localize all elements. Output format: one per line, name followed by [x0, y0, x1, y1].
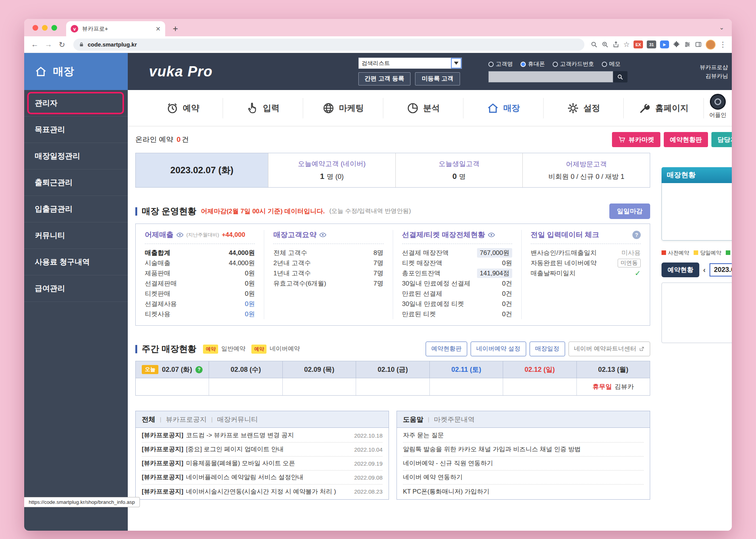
sidebar-item-goals[interactable]: 목표관리 [24, 116, 128, 143]
bookmark-star-icon[interactable]: ☆ [623, 40, 630, 49]
select-dropdown-icon[interactable] [451, 58, 462, 68]
store-schedule-button[interactable]: 매장일정 [530, 342, 565, 356]
day-header[interactable]: 02.09 (목) [282, 361, 356, 378]
tab-market-orders[interactable]: 마켓주문내역 [434, 415, 475, 424]
nav-app-auth[interactable]: 어플인 [702, 94, 732, 119]
minimize-window-button[interactable] [42, 25, 48, 31]
day-cell[interactable] [136, 378, 209, 395]
eye-icon[interactable] [176, 231, 184, 239]
summary-cell-unit: 명 (0) [327, 172, 344, 181]
reload-button[interactable]: ↻ [57, 39, 67, 50]
reservation-date-box[interactable]: 2023.0 [710, 263, 732, 276]
help-item[interactable]: 알림톡 발송을 위한 카카오 채널 가입과 비즈니스 채널 인증 방법 [403, 443, 644, 457]
customer-search-input[interactable] [488, 71, 613, 82]
notice-item[interactable]: [뷰카프로공지]네이버시술시간연동(시술시간 지정 시 예약불가 처리 )202… [142, 485, 383, 499]
quick-register-button[interactable]: 간편 고객 등록 [358, 72, 411, 85]
notice-item[interactable]: [뷰카프로공지]네이버플레이스 예약알림 서비스 설정안내2022.09.08 [142, 471, 383, 485]
daily-close-button[interactable]: 일일마감 [609, 203, 650, 219]
zoom-icon[interactable] [601, 41, 609, 48]
help-item[interactable]: 네이버 예약 연동하기 [403, 471, 644, 485]
radio-memo[interactable]: 메모 [602, 61, 621, 68]
reservation-status-badge[interactable]: 예약현황 [662, 263, 699, 277]
sidebar-item-cash[interactable]: 입출금관리 [24, 196, 128, 222]
day-cell[interactable] [282, 378, 356, 395]
new-tab-button[interactable]: + [169, 22, 182, 35]
tab-store-community[interactable]: 매장커뮤니티 [217, 415, 258, 424]
help-item[interactable]: 네이버예약 - 신규 직원 연동하기 [403, 457, 644, 471]
naver-reservation-settings-button[interactable]: 네이버예약 설정 [471, 342, 526, 356]
search-list-select[interactable]: 검색리스트 [358, 57, 462, 69]
day-cell[interactable] [209, 378, 282, 395]
quick-action-buttons: 뷰카마켓 예약현황판 담당자별 [612, 132, 732, 147]
search-icon[interactable] [590, 41, 598, 48]
nav-homepage[interactable]: 홈페이지 [624, 98, 704, 118]
fullscreen-window-button[interactable] [51, 25, 57, 31]
notice-item[interactable]: [뷰카프로공지][중요] 로그인 페이지 업데이트 안내2022.10.04 [142, 443, 383, 457]
day-header[interactable]: 02.10 (금) [356, 361, 429, 378]
sidebar-item-community[interactable]: 커뮤니티 [24, 222, 128, 249]
sidebar-item-payroll[interactable]: 급여관리 [24, 275, 128, 302]
radio-customer-name[interactable]: 고객명 [488, 61, 513, 68]
help-question-icon[interactable]: ? [632, 231, 641, 239]
naver-partner-center-button[interactable]: 네이버 예약파트너센터 [569, 342, 650, 356]
help-item[interactable]: 자주 묻는 질문 [403, 429, 644, 443]
profile-avatar[interactable] [706, 40, 716, 50]
sidebar-item-billing[interactable]: 사용료 청구내역 [24, 249, 128, 275]
sidebar-item-label: 목표관리 [35, 124, 65, 135]
day-cell[interactable] [429, 378, 503, 395]
sidebar-item-attendance[interactable]: 출퇴근관리 [24, 169, 128, 196]
radio-card-number[interactable]: 고객카드번호 [553, 61, 594, 68]
forward-button[interactable]: → [43, 39, 54, 50]
nav-analysis[interactable]: 분석 [383, 98, 463, 118]
day-cell[interactable] [356, 378, 429, 395]
browser-menu-icon[interactable]: ⋮ [719, 40, 727, 49]
eye-icon[interactable] [319, 231, 327, 239]
side-panel-icon[interactable] [695, 41, 702, 48]
sidebar-item-admin[interactable]: 관리자 [24, 90, 128, 116]
notice-item[interactable]: [뷰카프로공지]미용제품몰(폐쇄몰) 모바일 사이트 오픈2022.09.19 [142, 457, 383, 471]
day-header[interactable]: 02.13 (월) [576, 361, 650, 378]
close-window-button[interactable] [33, 25, 38, 31]
reservation-board-link[interactable]: 예약현황판 [426, 342, 467, 356]
info-question-icon[interactable]: ? [195, 366, 203, 373]
sidebar-item-label: 사용료 청구내역 [35, 257, 90, 267]
extensions-puzzle-icon[interactable] [673, 41, 680, 48]
back-button[interactable]: ← [29, 39, 40, 50]
vuka-market-button[interactable]: 뷰카마켓 [612, 132, 660, 147]
tab-all[interactable]: 전체 [142, 415, 155, 424]
address-bar[interactable]: code.smartplug.kr [73, 39, 584, 51]
day-cell[interactable] [503, 378, 576, 395]
browser-tab[interactable]: v 뷰카프로+ ✕ [66, 21, 165, 36]
tab-vuka-notice[interactable]: 뷰카프로공지 [166, 415, 207, 424]
by-staff-button[interactable]: 담당자별 [711, 132, 732, 147]
nav-settings[interactable]: 설정 [544, 98, 624, 118]
radio-mobile[interactable]: 휴대폰 [521, 61, 545, 68]
day-header-sunday[interactable]: 02.12 (일) [503, 361, 576, 378]
customer-search-button[interactable] [613, 71, 627, 82]
tab-help[interactable]: 도움말 [403, 415, 423, 424]
day-cell-holiday[interactable]: 휴무일 김뷰카 [576, 378, 650, 395]
notice-item[interactable]: [뷰카프로공지]코드컴 -> 뷰카프로 브랜드명 변경 공지2022.10.18 [142, 429, 383, 443]
metric-label: 선결제판매 [145, 279, 177, 288]
eye-icon[interactable] [488, 231, 495, 239]
user-name[interactable]: 김뷰카님 [700, 71, 728, 80]
day-header[interactable]: 02.08 (수) [209, 361, 282, 378]
tab-list-chevron-icon[interactable]: ⌄ [719, 24, 724, 31]
sliders-icon[interactable] [684, 41, 691, 48]
help-item[interactable]: KT PC폰(통화매니저) 가입하기 [403, 485, 644, 499]
extension-calendar-icon[interactable]: 31 [647, 40, 656, 48]
unregistered-customer-button[interactable]: 미등록 고객 [415, 72, 460, 85]
nav-store[interactable]: 매장 [463, 98, 544, 118]
reservation-board-button[interactable]: 예약현황판 [664, 132, 708, 147]
day-header-today[interactable]: 오늘 02.07 (화) ? [136, 361, 209, 378]
chevron-left-icon[interactable]: ‹ [703, 266, 706, 274]
extension-ex-icon[interactable]: EX [634, 40, 643, 48]
nav-reservation[interactable]: 예약 [143, 98, 223, 118]
sidebar-item-store-schedule[interactable]: 매장일정관리 [24, 143, 128, 169]
tab-close-icon[interactable]: ✕ [156, 25, 161, 33]
day-header-saturday[interactable]: 02.11 (토) [429, 361, 503, 378]
share-icon[interactable] [612, 41, 620, 48]
extension-video-icon[interactable]: ▶ [660, 40, 669, 48]
nav-input[interactable]: 입력 [223, 98, 303, 118]
nav-marketing[interactable]: 마케팅 [303, 98, 383, 118]
